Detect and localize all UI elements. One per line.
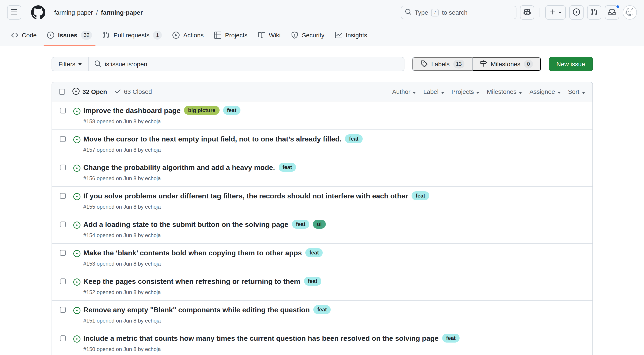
chevron-down-icon [519, 88, 522, 95]
issue-checkbox[interactable] [60, 335, 66, 341]
issues-search-input[interactable]: is:issue is:open [89, 57, 404, 71]
issue-label-big-picture[interactable]: big picture [184, 106, 219, 115]
new-issue-button[interactable]: New issue [549, 57, 593, 71]
issue-label-feat[interactable]: feat [305, 248, 323, 257]
book-icon [258, 32, 265, 39]
your-issues-button[interactable] [569, 5, 584, 20]
issue-title-link[interactable]: Include a metric that counts how many ti… [83, 334, 439, 342]
issue-meta: #157 opened on Jun 8 by echoja [83, 146, 362, 154]
issue-label-feat[interactable]: feat [412, 191, 429, 200]
open-issue-icon [73, 193, 80, 200]
open-issues-filter[interactable]: 32 Open [72, 87, 107, 96]
hamburger-menu-button[interactable] [7, 5, 21, 20]
dropdown-label: Author [392, 88, 410, 95]
tab-label: Pull requests [114, 32, 150, 39]
list-filter-dropdowns: AuthorLabelProjectsMilestonesAssigneeSor… [392, 88, 585, 95]
issue-title-link[interactable]: Add a loading state to the submit button… [83, 221, 288, 228]
inbox-icon [608, 8, 616, 17]
issue-title-link[interactable]: Make the ‘blank’ contents bold when copy… [83, 249, 302, 257]
issue-checkbox[interactable] [60, 307, 66, 313]
milestone-icon [480, 60, 487, 68]
issue-title-link[interactable]: Improve the dashboard page [83, 107, 180, 114]
dropdown-projects[interactable]: Projects [451, 88, 480, 95]
issue-opened-icon [72, 87, 79, 96]
issue-meta: #155 opened on Jun 8 by echoja [83, 203, 429, 211]
dropdown-milestones[interactable]: Milestones [487, 88, 522, 95]
global-search-input[interactable]: Type / to search [401, 6, 516, 19]
chevron-down-icon [78, 63, 82, 65]
issue-label-feat[interactable]: feat [292, 220, 310, 229]
closed-issues-filter[interactable]: 63 Closed [114, 87, 152, 96]
create-new-button[interactable] [545, 5, 566, 20]
breadcrumb-owner-link[interactable]: farming-paper [54, 9, 93, 16]
chevron-down-icon [557, 88, 561, 95]
dropdown-assignee[interactable]: Assignee [529, 88, 561, 95]
select-all-checkbox[interactable] [59, 89, 65, 95]
issue-row: Include a metric that counts how many ti… [52, 329, 592, 355]
copilot-button[interactable] [520, 5, 534, 20]
header-actions: Type / to search [401, 5, 637, 20]
your-pull-requests-button[interactable] [587, 5, 601, 20]
issue-checkbox[interactable] [60, 136, 66, 142]
closed-count-label: 63 Closed [124, 88, 152, 95]
issue-title-link[interactable]: If you solve problems under different ta… [83, 192, 408, 200]
plus-icon [549, 8, 556, 17]
tab-code[interactable]: Code [8, 25, 40, 46]
milestones-button[interactable]: Milestones 0 [472, 57, 541, 71]
tab-label: Wiki [269, 32, 281, 39]
tab-pull-requests[interactable]: Pull requests1 [99, 25, 166, 46]
dropdown-label: Projects [451, 88, 474, 95]
issue-checkbox[interactable] [60, 278, 66, 284]
issue-label-feat[interactable]: feat [442, 334, 460, 342]
dropdown-label: Assignee [529, 88, 555, 95]
tab-actions[interactable]: Actions [169, 25, 207, 46]
tab-label: Actions [183, 32, 204, 39]
labels-button[interactable]: Labels 13 [413, 57, 472, 71]
issue-label-ui[interactable]: ui [313, 220, 326, 229]
dropdown-label: Milestones [487, 88, 517, 95]
issue-row: Change the probability algorithm and add… [52, 158, 592, 186]
user-avatar[interactable] [623, 5, 637, 20]
tab-insights[interactable]: Insights [332, 25, 371, 46]
issue-title-link[interactable]: Change the probability algorithm and add… [83, 164, 275, 171]
issue-checkbox[interactable] [60, 193, 66, 199]
code-icon [11, 32, 18, 39]
inbox-button[interactable] [605, 5, 619, 20]
issue-checkbox[interactable] [60, 108, 66, 113]
tab-projects[interactable]: Projects [211, 25, 251, 46]
dropdown-label[interactable]: Label [423, 88, 444, 95]
filters-dropdown-button[interactable]: Filters [51, 57, 89, 71]
tab-label: Security [302, 32, 324, 39]
issues-search-value: is:issue is:open [105, 61, 147, 68]
issue-checkbox[interactable] [60, 250, 66, 256]
hamburger-icon [11, 8, 18, 17]
issue-title-link[interactable]: Remove any empty "Blank" components whil… [83, 306, 310, 314]
open-issue-icon [73, 136, 80, 143]
issues-rows: Improve the dashboard pagebig picturefea… [52, 101, 592, 355]
issues-list-header: 32 Open 63 Closed AuthorLabelProjectsMil… [52, 82, 592, 101]
tab-issues[interactable]: Issues32 [44, 25, 96, 46]
search-icon [94, 60, 101, 68]
issue-title-link[interactable]: Move the cursor to the next empty input … [83, 135, 342, 143]
issue-label-feat[interactable]: feat [345, 134, 363, 143]
issue-label-feat[interactable]: feat [313, 305, 331, 314]
issues-filter-bar: Filters is:issue is:open Labels 13 [51, 57, 593, 71]
open-issue-icon [73, 165, 80, 172]
issue-opened-icon [47, 32, 54, 39]
issue-label-feat[interactable]: feat [278, 163, 296, 172]
breadcrumb-repo-link[interactable]: farming-paper [101, 9, 143, 16]
issue-label-feat[interactable]: feat [223, 106, 240, 115]
open-issue-icon [73, 108, 80, 115]
tab-security[interactable]: Security [288, 25, 328, 46]
tab-wiki[interactable]: Wiki [255, 25, 284, 46]
issue-checkbox[interactable] [60, 165, 66, 170]
main-content: Filters is:issue is:open Labels 13 [0, 57, 644, 355]
tag-icon [421, 60, 428, 68]
issue-checkbox[interactable] [60, 222, 66, 227]
issue-title-link[interactable]: Keep the pages consistent when refreshin… [83, 278, 300, 285]
global-header: farming-paper / farming-paper Type / to … [0, 0, 644, 25]
issue-label-feat[interactable]: feat [304, 277, 321, 286]
dropdown-sort[interactable]: Sort [568, 88, 585, 95]
github-logo-icon[interactable] [31, 5, 45, 20]
dropdown-author[interactable]: Author [392, 88, 416, 95]
